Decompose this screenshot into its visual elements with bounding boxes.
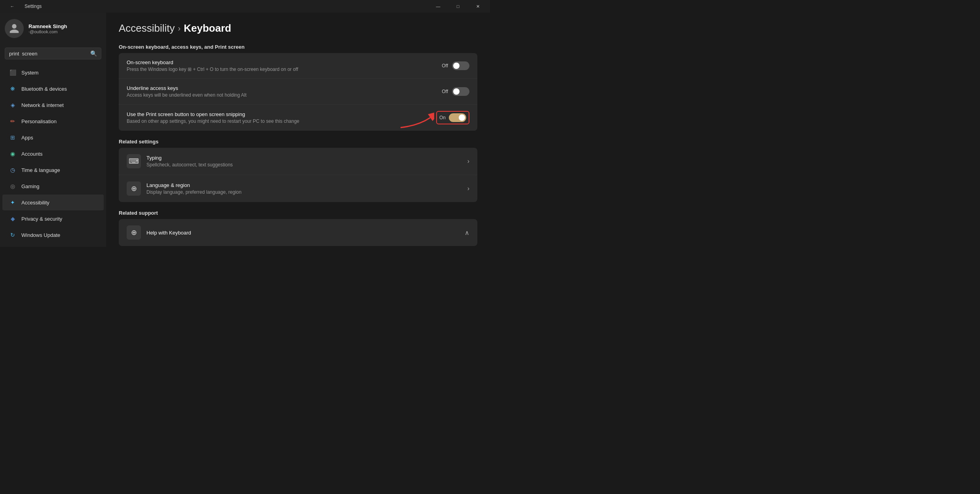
search-icon: 🔍 <box>90 50 97 57</box>
on-screen-keyboard-desc: Press the Windows logo key ⊞ + Ctrl + O … <box>127 67 298 72</box>
minimize-button[interactable]: — <box>429 0 447 13</box>
print-screen-toggle[interactable] <box>449 113 466 122</box>
update-icon: ↻ <box>9 231 17 239</box>
sidebar-item-label-personalisation: Personalisation <box>21 118 57 124</box>
underline-access-keys-toggle[interactable] <box>452 87 469 96</box>
sidebar-item-apps[interactable]: ⊞Apps <box>2 130 104 145</box>
sidebar-item-privacy[interactable]: ◆Privacy & security <box>2 211 104 227</box>
related-settings-card: ⌨ Typing Spellcheck, autocorrect, text s… <box>119 148 477 202</box>
sidebar-item-accessibility[interactable]: ✦Accessibility <box>2 195 104 210</box>
help-keyboard-chevron: ∧ <box>465 229 469 237</box>
system-icon: ⬛ <box>9 69 17 76</box>
user-profile[interactable]: Ramneek Singh ·@outlook.com <box>0 13 106 44</box>
language-region-info: ⊕ Language & region Display language, pr… <box>127 181 241 196</box>
sidebar-item-label-bluetooth: Bluetooth & devices <box>21 86 67 92</box>
typing-chevron: › <box>467 158 469 165</box>
typing-icon: ⌨ <box>129 157 139 166</box>
print-screen-row: Use the Print screen button to open scre… <box>119 105 477 131</box>
sidebar-item-label-accessibility: Accessibility <box>21 200 49 206</box>
help-keyboard-info: ⊕ Help with Keyboard <box>127 225 191 240</box>
sidebar-item-bluetooth[interactable]: ❋Bluetooth & devices <box>2 81 104 97</box>
section1-heading: On-screen keyboard, access keys, and Pri… <box>119 44 477 50</box>
breadcrumb-parent[interactable]: Accessibility <box>119 22 175 34</box>
help-keyboard-text: Help with Keyboard <box>146 230 191 236</box>
titlebar-title: Settings <box>25 4 42 9</box>
breadcrumb: Accessibility › Keyboard <box>119 22 477 34</box>
sidebar-item-label-update: Windows Update <box>21 232 60 238</box>
titlebar-left: ← Settings <box>3 0 42 13</box>
accessibility-icon: ✦ <box>9 198 17 206</box>
print-screen-title: Use the Print screen button to open scre… <box>127 111 299 117</box>
content-area: Accessibility › Keyboard On-screen keybo… <box>106 13 490 247</box>
keyboard-settings-card: On-screen keyboard Press the Windows log… <box>119 53 477 131</box>
sidebar-item-network[interactable]: ◈Network & internet <box>2 97 104 113</box>
on-screen-keyboard-row: On-screen keyboard Press the Windows log… <box>119 53 477 79</box>
print-screen-info: Use the Print screen button to open scre… <box>127 111 299 124</box>
accounts-icon: ◉ <box>9 150 17 158</box>
red-arrow <box>399 106 434 130</box>
on-screen-keyboard-info: On-screen keyboard Press the Windows log… <box>127 59 298 72</box>
sidebar-item-label-system: System <box>21 70 38 76</box>
sidebar-item-label-time: Time & language <box>21 167 60 173</box>
main-layout: Ramneek Singh ·@outlook.com 🔍 ⬛System❋Bl… <box>0 13 490 247</box>
nav-section: ⬛System❋Bluetooth & devices◈Network & in… <box>0 63 106 245</box>
sidebar-item-label-privacy: Privacy & security <box>21 216 62 222</box>
sidebar-item-label-gaming: Gaming <box>21 183 40 189</box>
maximize-button[interactable]: □ <box>449 0 467 13</box>
search-container: 🔍 <box>0 44 106 63</box>
section2-gap: Related settings ⌨ Typing Spellcheck, au… <box>119 139 477 202</box>
sidebar-item-system[interactable]: ⬛System <box>2 65 104 80</box>
user-icon <box>9 23 20 34</box>
typing-desc: Spellcheck, autocorrect, text suggestion… <box>146 162 233 168</box>
close-button[interactable]: ✕ <box>469 0 487 13</box>
underline-access-keys-desc: Access keys will be underlined even when… <box>127 92 247 98</box>
sidebar-item-label-network: Network & internet <box>21 102 64 108</box>
language-region-text: Language & region Display language, pref… <box>146 182 241 195</box>
sidebar-item-time[interactable]: ◷Time & language <box>2 162 104 178</box>
language-region-chevron: › <box>467 185 469 192</box>
print-screen-toggle-label: On <box>439 115 446 120</box>
search-input[interactable] <box>9 51 87 57</box>
language-region-icon-box: ⊕ <box>127 181 141 196</box>
back-button[interactable]: ← <box>3 0 21 13</box>
breadcrumb-current: Keyboard <box>184 22 231 34</box>
related-support-card: ⊕ Help with Keyboard ∧ <box>119 219 477 246</box>
section3-heading: Related support <box>119 210 477 216</box>
language-region-title: Language & region <box>146 182 241 188</box>
language-region-row[interactable]: ⊕ Language & region Display language, pr… <box>119 175 477 202</box>
sidebar-item-personalisation[interactable]: ✏Personalisation <box>2 113 104 129</box>
typing-text: Typing Spellcheck, autocorrect, text sug… <box>146 155 233 168</box>
user-info: Ramneek Singh ·@outlook.com <box>28 23 67 34</box>
language-region-desc: Display language, preferred language, re… <box>146 189 241 195</box>
sidebar-item-update[interactable]: ↻Windows Update <box>2 227 104 243</box>
language-region-icon: ⊕ <box>131 184 137 193</box>
sidebar-item-gaming[interactable]: ◎Gaming <box>2 178 104 194</box>
help-keyboard-icon-box: ⊕ <box>127 225 141 240</box>
gaming-icon: ◎ <box>9 182 17 190</box>
user-email: ·@outlook.com <box>28 29 67 34</box>
search-box: 🔍 <box>5 48 101 59</box>
underline-access-keys-toggle-label: Off <box>442 89 448 94</box>
help-keyboard-row[interactable]: ⊕ Help with Keyboard ∧ <box>119 219 477 246</box>
on-screen-keyboard-toggle[interactable] <box>452 61 469 70</box>
underline-access-keys-info: Underline access keys Access keys will b… <box>127 85 247 98</box>
sidebar-item-label-apps: Apps <box>21 135 33 141</box>
print-screen-toggle-container: On <box>436 111 469 124</box>
personalisation-icon: ✏ <box>9 117 17 125</box>
underline-access-keys-title: Underline access keys <box>127 85 247 91</box>
typing-row[interactable]: ⌨ Typing Spellcheck, autocorrect, text s… <box>119 148 477 175</box>
typing-icon-box: ⌨ <box>127 154 141 168</box>
print-screen-toggle-highlight: On <box>436 111 469 124</box>
sidebar: Ramneek Singh ·@outlook.com 🔍 ⬛System❋Bl… <box>0 13 106 247</box>
sidebar-item-accounts[interactable]: ◉Accounts <box>2 146 104 162</box>
time-icon: ◷ <box>9 166 17 174</box>
sidebar-item-label-accounts: Accounts <box>21 151 42 157</box>
print-screen-desc: Based on other app settings, you might n… <box>127 118 299 124</box>
help-keyboard-icon: ⊕ <box>131 228 137 237</box>
typing-info: ⌨ Typing Spellcheck, autocorrect, text s… <box>127 154 233 168</box>
underline-access-keys-row: Underline access keys Access keys will b… <box>119 79 477 105</box>
titlebar-controls: — □ ✕ <box>429 0 487 13</box>
on-screen-keyboard-toggle-label: Off <box>442 63 448 69</box>
network-icon: ◈ <box>9 101 17 109</box>
user-name: Ramneek Singh <box>28 23 67 29</box>
